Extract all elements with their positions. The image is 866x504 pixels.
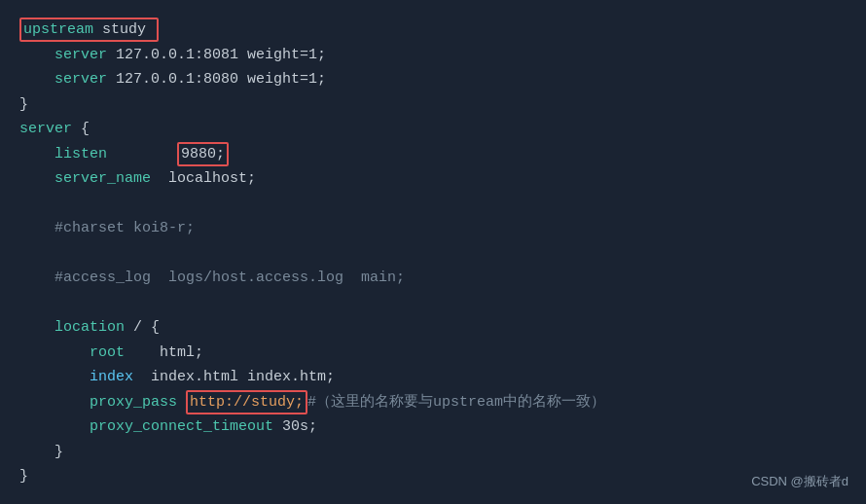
line-3: server 127.0.0.1:8080 weight=1; xyxy=(19,67,847,92)
line-18: } xyxy=(19,440,847,465)
line-11: #access_log logs/host.access.log main; xyxy=(19,266,847,291)
line-8 xyxy=(19,192,847,217)
port-highlight: 9880; xyxy=(177,142,229,166)
line-14: root html; xyxy=(19,341,847,366)
code-block: upstream study server 127.0.0.1:8081 wei… xyxy=(0,0,866,504)
line-10 xyxy=(19,241,847,267)
line-15: index index.html index.htm; xyxy=(19,365,847,390)
line-4: } xyxy=(19,92,847,118)
line-12 xyxy=(19,291,847,316)
line-19: } xyxy=(19,464,847,489)
line-7: server_name localhost; xyxy=(19,166,847,192)
line-5: server { xyxy=(19,117,847,142)
line-2: server 127.0.0.1:8081 weight=1; xyxy=(19,43,847,68)
line-6: listen 9880; xyxy=(19,142,847,167)
watermark: CSDN @搬砖者d xyxy=(751,471,848,492)
line-13: location / { xyxy=(19,315,847,341)
line-17: proxy_connect_timeout 30s; xyxy=(19,414,847,440)
line-16: proxy_pass http://study;#（这里的名称要与upstrea… xyxy=(19,390,847,415)
proxy-pass-highlight: http://study; xyxy=(186,390,307,414)
line-1: upstream study xyxy=(19,18,847,43)
upstream-highlight: upstream study xyxy=(19,18,159,42)
line-9: #charset koi8-r; xyxy=(19,216,847,241)
